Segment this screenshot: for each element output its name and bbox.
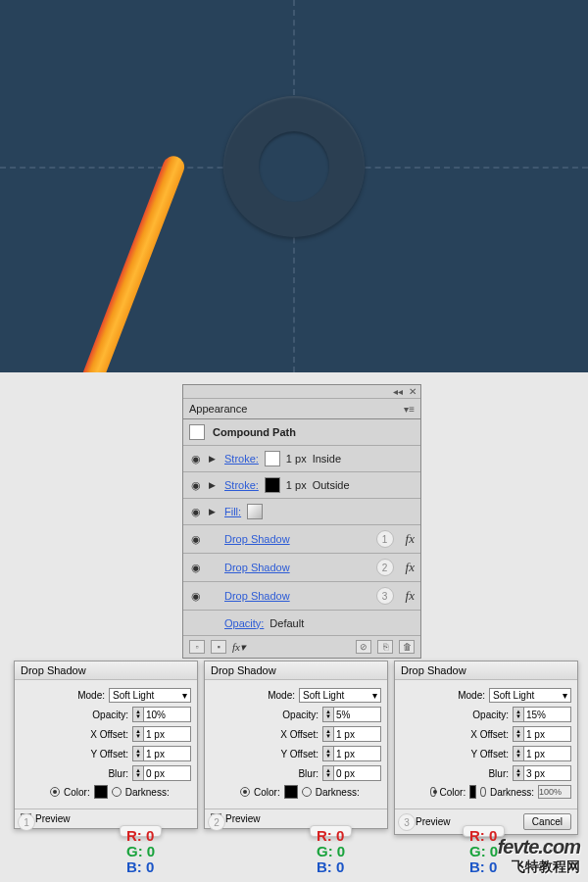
yoffset-stepper[interactable]: ▲▼ [132, 746, 191, 761]
color-radio[interactable] [430, 787, 436, 797]
object-swatch [189, 424, 205, 440]
visibility-icon[interactable]: ◉ [189, 533, 203, 546]
fx-icon[interactable]: fx [406, 588, 415, 604]
dialog-title: Drop Shadow [15, 662, 197, 680]
drop-shadow-dialog-2: Drop Shadow Mode: Soft Light▾ Opacity: ▲… [204, 661, 388, 829]
visibility-icon[interactable]: ◉ [189, 562, 203, 574]
effect-row-1[interactable]: ◉ Drop Shadow 1 fx [183, 525, 420, 554]
no-fill-icon[interactable]: ▫ [189, 640, 205, 654]
dialogs-row: Drop Shadow Mode: Soft Light▾ Opacity: ▲… [14, 661, 578, 835]
yoffset-label: Y Offset: [81, 749, 128, 760]
color-swatch[interactable] [94, 785, 108, 799]
darkness-radio[interactable] [112, 787, 122, 797]
object-type-row: Compound Path [183, 419, 420, 446]
yoffset-stepper[interactable]: ▲▼ [513, 746, 571, 761]
stick-shape [69, 153, 187, 372]
mode-select[interactable]: Soft Light▾ [299, 688, 381, 703]
darkness-radio[interactable] [480, 787, 486, 797]
drop-shadow-dialog-3: Drop Shadow Mode: Soft Light▾ Opacity: ▲… [394, 661, 578, 835]
preview-label: Preview [35, 813, 71, 824]
darkness-field[interactable] [538, 785, 571, 799]
panel-tab[interactable]: Appearance ▾≡ [183, 399, 420, 419]
new-stroke-icon[interactable]: ▪ [211, 640, 226, 654]
stroke-swatch[interactable] [265, 451, 280, 466]
visibility-icon[interactable]: ◉ [189, 479, 203, 492]
stroke-align: Outside [313, 479, 350, 491]
xoffset-stepper[interactable]: ▲▼ [322, 726, 381, 742]
stroke-align: Inside [313, 453, 341, 465]
duplicate-icon[interactable]: ⎘ [377, 640, 393, 654]
expand-icon[interactable]: ▶ [209, 507, 219, 516]
fx-icon[interactable]: fx [406, 531, 415, 547]
xoffset-stepper[interactable]: ▲▼ [132, 726, 191, 742]
opacity-value: Default [270, 617, 304, 629]
color-radio[interactable] [50, 787, 60, 797]
opacity-row[interactable]: Opacity: Default [183, 611, 420, 636]
stroke-row-1[interactable]: ◉ ▶ Stroke: 1 px Inside [183, 446, 420, 472]
chevron-down-icon: ▾ [182, 690, 187, 701]
opacity-stepper[interactable]: ▲▼ [322, 707, 381, 722]
trash-icon[interactable]: 🗑 [399, 640, 415, 654]
blur-stepper[interactable]: ▲▼ [513, 765, 571, 781]
panel-title: Appearance [189, 403, 247, 415]
visibility-icon[interactable]: ◉ [189, 453, 203, 466]
stroke-weight: 1 px [286, 453, 307, 465]
color-radio[interactable] [240, 787, 250, 797]
panel-footer: ▫ ▪ fx▾ ⊘ ⎘ 🗑 [183, 636, 420, 658]
effect-link[interactable]: Drop Shadow [224, 590, 290, 602]
panel-window-controls[interactable]: ◂◂ ✕ [183, 385, 420, 399]
darkness-label: Darkness: [125, 787, 170, 798]
fill-row[interactable]: ◉ ▶ Fill: [183, 499, 420, 525]
effect-badge: 3 [376, 587, 394, 605]
fill-link[interactable]: Fill: [224, 506, 241, 517]
mode-select[interactable]: Soft Light▾ [489, 688, 571, 703]
opacity-label: Opacity: [81, 710, 128, 720]
color-label: Color: [64, 787, 90, 798]
object-type-label: Compound Path [213, 426, 296, 438]
mode-select[interactable]: Soft Light▾ [109, 688, 191, 703]
blur-stepper[interactable]: ▲▼ [322, 765, 381, 781]
clear-icon[interactable]: ⊘ [356, 640, 371, 654]
darkness-radio[interactable] [302, 787, 312, 797]
opacity-link[interactable]: Opacity: [224, 617, 264, 629]
rgb-readout: R: 0G: 0B: 0 [310, 825, 352, 837]
close-icon[interactable]: ✕ [409, 386, 416, 397]
effect-row-2[interactable]: ◉ Drop Shadow 2 fx [183, 554, 420, 582]
opacity-stepper[interactable]: ▲▼ [132, 707, 191, 722]
effect-badge: 2 [376, 559, 394, 576]
blur-stepper[interactable]: ▲▼ [132, 765, 191, 781]
effect-link[interactable]: Drop Shadow [224, 533, 290, 545]
appearance-panel: ◂◂ ✕ Appearance ▾≡ Compound Path ◉ ▶ Str… [182, 384, 421, 659]
color-swatch[interactable] [284, 785, 298, 799]
fill-swatch[interactable] [247, 504, 263, 519]
fx-icon[interactable]: fx [406, 560, 415, 575]
ring-shape [223, 96, 365, 237]
watermark: fevte.com 飞特教程网 [498, 836, 580, 876]
effect-badge: 1 [376, 530, 394, 548]
effect-link[interactable]: Drop Shadow [224, 562, 290, 573]
stroke-link[interactable]: Stroke: [224, 479, 259, 491]
opacity-stepper[interactable]: ▲▼ [513, 707, 571, 722]
effect-row-3[interactable]: ◉ Drop Shadow 3 fx [183, 582, 420, 611]
visibility-icon[interactable]: ◉ [189, 590, 203, 603]
panel-menu-icon[interactable]: ▾≡ [404, 404, 415, 415]
dialog-number-badge: 3 [398, 813, 416, 831]
artwork-canvas [0, 0, 588, 372]
rgb-readout: R: 0G: 0B: 0 [120, 825, 162, 837]
xoffset-stepper[interactable]: ▲▼ [513, 726, 571, 742]
expand-icon[interactable]: ▶ [209, 480, 219, 490]
dialog-title: Drop Shadow [205, 662, 387, 680]
add-effect-icon[interactable]: fx▾ [232, 641, 246, 654]
cancel-button[interactable]: Cancel [523, 813, 571, 830]
color-swatch[interactable] [469, 785, 476, 799]
visibility-icon[interactable]: ◉ [189, 506, 203, 518]
blur-label: Blur: [81, 768, 128, 779]
mode-label: Mode: [58, 690, 105, 701]
collapse-icon[interactable]: ◂◂ [393, 386, 403, 397]
expand-icon[interactable]: ▶ [209, 454, 219, 464]
stroke-row-2[interactable]: ◉ ▶ Stroke: 1 px Outside [183, 472, 420, 499]
stroke-link[interactable]: Stroke: [224, 453, 259, 465]
yoffset-stepper[interactable]: ▲▼ [322, 746, 381, 761]
xoffset-label: X Offset: [81, 729, 128, 740]
stroke-swatch[interactable] [265, 477, 280, 493]
